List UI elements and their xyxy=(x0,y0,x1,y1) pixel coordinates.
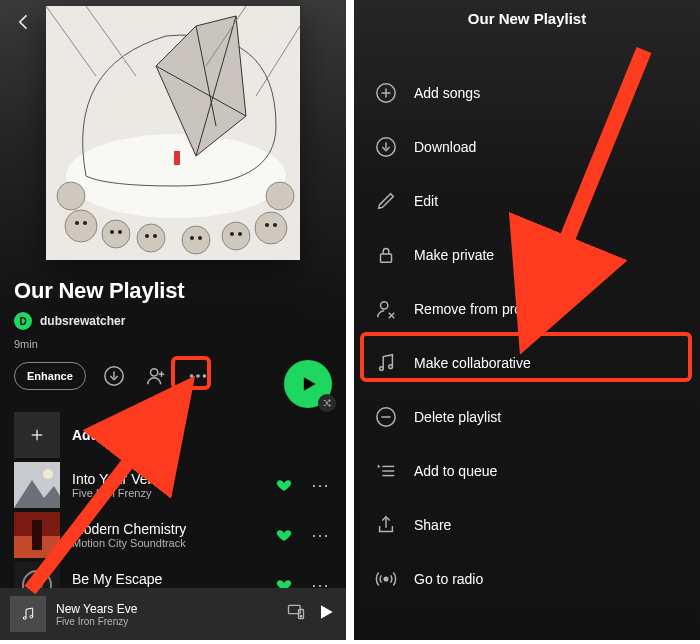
svg-point-13 xyxy=(110,230,114,234)
track-row[interactable]: Modern ChemistryMotion City Soundtrack ⋯ xyxy=(14,510,332,560)
menu-label: Share xyxy=(414,517,451,533)
svg-point-9 xyxy=(57,182,85,210)
svg-point-50 xyxy=(300,615,302,617)
svg-point-46 xyxy=(23,617,26,620)
menu-label: Edit xyxy=(414,193,438,209)
svg-point-8 xyxy=(255,212,287,244)
track-art xyxy=(14,462,60,508)
queue-icon xyxy=(374,459,398,483)
music-note-icon xyxy=(374,351,398,375)
lock-icon xyxy=(374,243,398,267)
svg-point-20 xyxy=(238,232,242,236)
plus-circle-icon xyxy=(374,81,398,105)
svg-point-12 xyxy=(83,221,87,225)
avatar: D xyxy=(14,312,32,330)
menu-label: Add to queue xyxy=(414,463,497,479)
svg-point-39 xyxy=(43,469,53,479)
svg-point-3 xyxy=(65,210,97,242)
username: dubsrewatcher xyxy=(40,314,125,328)
svg-point-14 xyxy=(118,230,122,234)
playlist-options-sheet: Our New Playlist Add songs Download Edit… xyxy=(354,0,700,640)
playlist-screen: Our New Playlist D dubsrewatcher 9min En… xyxy=(0,0,346,640)
minus-circle-icon xyxy=(374,405,398,429)
track-art xyxy=(14,512,60,558)
svg-rect-2 xyxy=(174,151,180,165)
svg-point-6 xyxy=(182,226,210,254)
like-button[interactable] xyxy=(272,527,296,543)
svg-point-19 xyxy=(230,232,234,236)
track-title: Modern Chemistry xyxy=(72,521,260,537)
svg-point-5 xyxy=(137,224,165,252)
now-playing-artist: Five Iron Frenzy xyxy=(56,616,276,627)
download-icon xyxy=(374,135,398,159)
svg-point-33 xyxy=(196,374,200,378)
more-options-button[interactable] xyxy=(184,362,212,390)
add-songs-label: Add songs xyxy=(72,427,144,443)
radio-icon xyxy=(374,567,398,591)
svg-point-47 xyxy=(30,615,33,618)
add-songs-row[interactable]: Add songs xyxy=(14,410,332,460)
svg-point-60 xyxy=(381,302,388,309)
svg-rect-59 xyxy=(381,254,392,262)
playlist-duration: 9min xyxy=(14,338,332,350)
track-more-button[interactable]: ⋯ xyxy=(308,474,332,496)
menu-edit[interactable]: Edit xyxy=(354,174,700,228)
svg-marker-35 xyxy=(304,377,316,390)
svg-marker-70 xyxy=(378,465,381,469)
menu-label: Go to radio xyxy=(414,571,483,587)
svg-point-4 xyxy=(102,220,130,248)
sheet-title: Our New Playlist xyxy=(354,0,700,27)
svg-point-29 xyxy=(150,369,157,376)
pencil-icon xyxy=(374,189,398,213)
add-user-button[interactable] xyxy=(142,362,170,390)
menu-label: Add songs xyxy=(414,85,480,101)
menu-remove-from-profile[interactable]: Remove from profile xyxy=(354,282,700,336)
back-button[interactable] xyxy=(12,10,36,34)
menu-make-collaborative[interactable]: Make collaborative xyxy=(354,336,700,390)
now-playing-bar[interactable]: New Years EveFive Iron Frenzy xyxy=(0,588,346,640)
track-artist: Motion City Soundtrack xyxy=(72,537,260,549)
shuffle-button[interactable] xyxy=(318,394,336,412)
track-title: Into Your Veins xyxy=(72,471,260,487)
svg-point-11 xyxy=(75,221,79,225)
svg-point-34 xyxy=(202,374,206,378)
miniplayer-play-button[interactable] xyxy=(316,602,336,626)
playlist-cover[interactable] xyxy=(46,6,300,260)
svg-point-10 xyxy=(266,182,294,210)
playlist-byline[interactable]: D dubsrewatcher xyxy=(14,312,332,330)
svg-point-63 xyxy=(380,367,384,371)
svg-point-71 xyxy=(384,577,388,581)
menu-label: Delete playlist xyxy=(414,409,501,425)
now-playing-art xyxy=(10,596,46,632)
like-button[interactable] xyxy=(272,477,296,493)
playlist-title: Our New Playlist xyxy=(14,278,332,304)
track-title: Be My Escape xyxy=(72,571,260,587)
download-button[interactable] xyxy=(100,362,128,390)
menu-share[interactable]: Share xyxy=(354,498,700,552)
svg-point-18 xyxy=(198,236,202,240)
track-row[interactable]: Into Your VeinsFive Iron Frenzy ⋯ xyxy=(14,460,332,510)
enhance-button[interactable]: Enhance xyxy=(14,362,86,390)
svg-point-16 xyxy=(153,234,157,238)
svg-rect-42 xyxy=(32,520,42,550)
menu-go-to-radio[interactable]: Go to radio xyxy=(354,552,700,606)
svg-point-64 xyxy=(389,365,393,369)
menu-add-songs[interactable]: Add songs xyxy=(354,66,700,120)
menu-download[interactable]: Download xyxy=(354,120,700,174)
menu-delete-playlist[interactable]: Delete playlist xyxy=(354,390,700,444)
menu-label: Make collaborative xyxy=(414,355,531,371)
svg-marker-51 xyxy=(321,605,333,618)
share-icon xyxy=(374,513,398,537)
devices-button[interactable] xyxy=(286,602,306,626)
svg-point-17 xyxy=(190,236,194,240)
svg-point-21 xyxy=(265,223,269,227)
svg-point-32 xyxy=(190,374,194,378)
svg-point-1 xyxy=(66,134,286,218)
profile-remove-icon xyxy=(374,297,398,321)
menu-make-private[interactable]: Make private xyxy=(354,228,700,282)
track-more-button[interactable]: ⋯ xyxy=(308,524,332,546)
menu-label: Remove from profile xyxy=(414,301,540,317)
menu-add-to-queue[interactable]: Add to queue xyxy=(354,444,700,498)
menu-label: Download xyxy=(414,139,476,155)
plus-icon xyxy=(14,412,60,458)
